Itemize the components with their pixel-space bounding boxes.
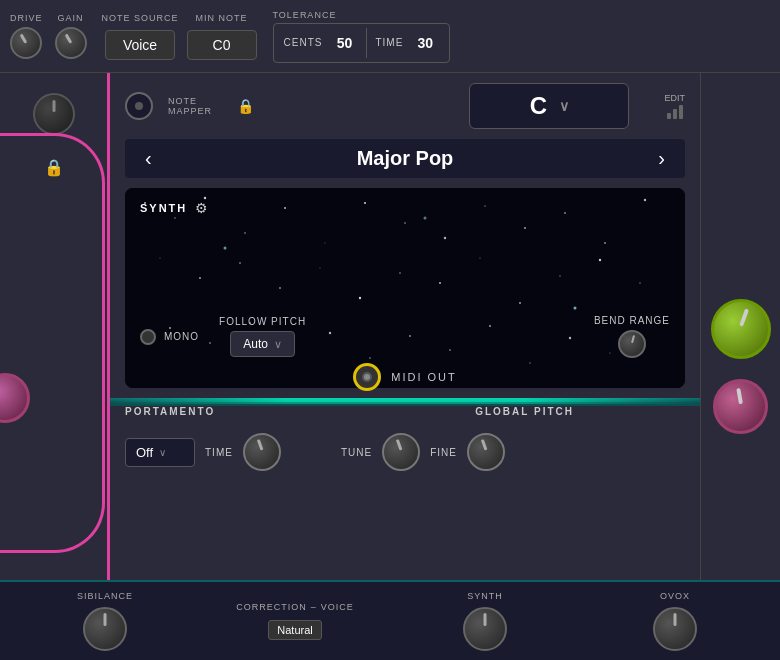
gain-control: GAIN	[55, 13, 87, 59]
fine-label: FINE	[430, 447, 457, 458]
svg-point-26	[599, 259, 601, 261]
preset-prev-button[interactable]: ‹	[145, 147, 152, 170]
synth-bottom-knob[interactable]	[463, 607, 507, 651]
edit-label: EDIT	[664, 93, 685, 103]
midi-out-label: MIDI OUT	[391, 371, 457, 383]
correction-dash: –	[311, 602, 317, 612]
tune-knob[interactable]	[382, 433, 420, 471]
fine-knob[interactable]	[467, 433, 505, 471]
note-mapper-circle[interactable]	[125, 92, 153, 120]
edit-bars-icon[interactable]	[667, 105, 683, 119]
preset-next-button[interactable]: ›	[658, 147, 665, 170]
cents-value: 50	[330, 35, 358, 51]
svg-point-27	[639, 282, 640, 283]
note-source-label: NOTE SOURCE	[102, 13, 179, 23]
min-note-label: MIN NOTE	[196, 13, 248, 23]
svg-point-16	[199, 277, 201, 279]
correction-voice-item: CORRECTION – VOICE Natural	[200, 602, 390, 640]
correction-label: CORRECTION	[236, 602, 307, 612]
svg-point-23	[479, 257, 480, 258]
right-bottom-knob[interactable]	[713, 379, 768, 434]
svg-point-42	[574, 307, 577, 310]
right-top-knob[interactable]	[711, 299, 771, 359]
svg-point-41	[424, 217, 427, 220]
ovox-item: OVOX	[580, 591, 770, 651]
synth-bottom-item: SYNTH	[390, 591, 580, 651]
note-mapper-dropdown[interactable]: C ∨	[469, 83, 629, 129]
min-note-dropdown[interactable]: C0	[187, 30, 257, 60]
natural-badge[interactable]: Natural	[268, 620, 321, 640]
left-main-knob[interactable]	[33, 93, 75, 135]
synth-label: SYNTH	[140, 202, 187, 214]
svg-point-6	[324, 242, 325, 243]
tune-label: TUNE	[341, 447, 372, 458]
midi-out-row: MIDI OUT	[110, 348, 700, 406]
svg-point-14	[644, 199, 646, 201]
svg-point-4	[244, 232, 246, 234]
drive-control: DRIVE	[10, 13, 43, 59]
global-pitch-group: TUNE FINE	[341, 433, 505, 471]
bend-range-label: BEND RANGE	[594, 315, 670, 326]
cents-label: CENTS	[284, 37, 323, 48]
svg-point-15	[159, 257, 160, 258]
svg-point-9	[444, 237, 446, 239]
edit-bar-3	[679, 105, 683, 119]
ovox-knob[interactable]	[653, 607, 697, 651]
bottom-labels-row: SIBILANCE CORRECTION – VOICE Natural SYN…	[0, 580, 780, 660]
svg-point-22	[439, 282, 441, 284]
note-mapper-lock-icon: 🔒	[237, 98, 254, 114]
right-panel	[700, 73, 780, 660]
top-bar: DRIVE GAIN NOTE SOURCE Voice MIN NOTE C0…	[0, 0, 780, 73]
portamento-controls-row: Off ∨ TIME TUNE FINE	[110, 433, 700, 471]
svg-point-17	[239, 262, 241, 264]
preset-name: Major Pop	[357, 147, 454, 170]
synth-bottom-label: SYNTH	[467, 591, 503, 601]
teal-section: PORTAMENTO GLOBAL PITCH Off ∨ TIME TUNE …	[110, 398, 700, 406]
lock-icon: 🔒	[44, 158, 64, 177]
svg-point-13	[604, 242, 606, 244]
ovox-label: OVOX	[660, 591, 690, 601]
svg-point-8	[404, 222, 406, 224]
note-source-dropdown[interactable]: Voice	[105, 30, 175, 60]
portamento-section-label: PORTAMENTO	[125, 406, 215, 417]
edit-bar-1	[667, 113, 671, 119]
svg-point-19	[319, 267, 320, 268]
gain-label: GAIN	[58, 13, 84, 23]
mono-label: MONO	[164, 331, 199, 342]
sibilance-knob[interactable]	[83, 607, 127, 651]
drive-knob[interactable]	[10, 27, 42, 59]
svg-point-20	[359, 297, 361, 299]
portamento-off-value: Off	[136, 445, 153, 460]
time-value: 30	[411, 35, 439, 51]
global-pitch-section-label: GLOBAL PITCH	[475, 406, 574, 417]
follow-pitch-label: FOLLOW PITCH	[219, 316, 306, 327]
svg-point-40	[224, 247, 227, 250]
edit-section: EDIT	[664, 93, 685, 119]
svg-point-2	[174, 217, 176, 219]
svg-point-3	[204, 197, 206, 199]
note-mapper-chevron-icon: ∨	[559, 98, 569, 114]
svg-point-11	[524, 227, 526, 229]
tolerance-section: TOLERANCE CENTS 50 TIME 30	[273, 10, 451, 63]
sibilance-label: SIBILANCE	[77, 591, 133, 601]
left-side-knob[interactable]	[0, 373, 30, 423]
svg-point-10	[484, 205, 485, 206]
svg-point-12	[564, 212, 566, 214]
mono-group: MONO	[140, 329, 199, 345]
midi-inner-circle	[362, 372, 372, 382]
drive-label: DRIVE	[10, 13, 43, 23]
mono-radio-button[interactable]	[140, 329, 156, 345]
portamento-dropdown-chevron-icon: ∨	[159, 447, 166, 458]
tolerance-box: CENTS 50 TIME 30	[273, 23, 451, 63]
note-mapper-label-line2: MAPPER	[168, 106, 212, 116]
portamento-time-knob[interactable]	[243, 433, 281, 471]
svg-point-7	[364, 202, 366, 204]
main-content: NOTE MAPPER 🔒 C ∨ EDIT ‹ Major Pop ›	[110, 73, 700, 660]
edit-bar-2	[673, 109, 677, 119]
synth-gear-icon[interactable]: ⚙	[195, 200, 208, 216]
portamento-off-dropdown[interactable]: Off ∨	[125, 438, 195, 467]
left-panel: 🔒	[0, 73, 110, 660]
midi-out-button[interactable]	[353, 363, 381, 391]
gain-knob[interactable]	[55, 27, 87, 59]
note-mapper-label-line1: NOTE	[168, 96, 212, 106]
